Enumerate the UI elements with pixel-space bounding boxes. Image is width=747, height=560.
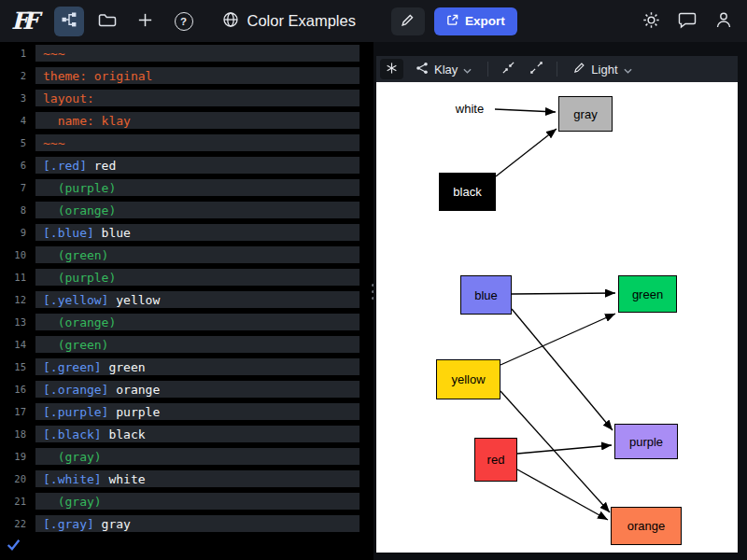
theme-select[interactable]: Light	[566, 59, 639, 79]
edge-black-gray[interactable]	[496, 129, 557, 176]
snowflake-icon	[386, 62, 398, 77]
line-number: 9	[7, 227, 26, 238]
node-blue[interactable]: blue	[460, 275, 512, 315]
topbar: FF	[0, 0, 747, 42]
toolbar-divider	[487, 62, 488, 77]
node-gray[interactable]: gray	[558, 96, 613, 132]
line-number: 22	[7, 518, 26, 529]
layout-icon	[416, 62, 429, 77]
line-number: 13	[7, 316, 26, 328]
code-line[interactable]: 20[.white] white	[0, 468, 374, 490]
code-line[interactable]: 9[.blue] blue	[0, 221, 374, 244]
edit-button[interactable]	[391, 7, 425, 35]
code-line[interactable]: 15[.green] green	[0, 356, 374, 378]
chat-icon	[678, 11, 697, 32]
line-number: 6	[7, 160, 26, 171]
collapse-arrows-icon	[501, 61, 515, 77]
help-button[interactable]: ?	[169, 7, 199, 36]
code-line-text: (orange)	[35, 314, 359, 330]
theme-select-value: Light	[591, 63, 617, 77]
comments-button[interactable]	[675, 7, 699, 36]
node-yellow[interactable]: yellow	[436, 359, 500, 399]
line-number: 14	[7, 339, 26, 350]
code-line[interactable]: 5~~~	[0, 132, 374, 154]
code-line[interactable]: 6[.red] red	[0, 154, 374, 176]
edge-red-purple[interactable]	[517, 445, 612, 454]
code-line-text: ~~~	[35, 134, 359, 151]
line-number: 3	[7, 92, 26, 104]
app-logo[interactable]: FF	[11, 7, 39, 35]
toolbar-divider	[557, 62, 557, 77]
settings-button[interactable]	[639, 7, 663, 36]
edge-blue-purple[interactable]	[512, 309, 613, 430]
code-line[interactable]: 14 (green)	[0, 333, 374, 356]
code-line[interactable]: 10 (green)	[0, 244, 374, 266]
zoom-fit-button[interactable]	[497, 59, 520, 79]
line-number: 10	[7, 249, 26, 260]
line-number: 21	[7, 496, 26, 507]
code-line-text: (purple)	[35, 269, 359, 286]
layout-select[interactable]: Klay	[408, 59, 479, 79]
editor-lines: 1~~~2theme: original3layout:4 name: klay…	[0, 42, 374, 535]
node-red[interactable]: red	[474, 438, 517, 482]
code-line[interactable]: 11 (purple)	[0, 266, 374, 288]
edge-blue-green[interactable]	[512, 293, 615, 294]
freeze-layout-button[interactable]	[380, 59, 403, 79]
code-line-text: [.blue] blue	[35, 224, 359, 241]
diagram-edges	[376, 82, 738, 553]
code-line-text: name: klay	[35, 112, 359, 129]
export-icon	[446, 14, 458, 29]
line-number: 19	[7, 451, 26, 462]
code-line[interactable]: 7 (purple)	[0, 176, 374, 199]
canvas-toolbar: Klay	[376, 56, 738, 82]
plus-icon	[136, 11, 154, 32]
code-line[interactable]: 8 (orange)	[0, 199, 374, 221]
code-line[interactable]: 17[.purple] purple	[0, 400, 374, 423]
code-editor[interactable]: 1~~~2theme: original3layout:4 name: klay…	[0, 42, 374, 560]
code-line[interactable]: 22[.gray] gray	[0, 512, 374, 535]
account-button[interactable]	[712, 7, 736, 36]
code-line[interactable]: 18[.black] black	[0, 423, 374, 445]
export-button[interactable]: Export	[434, 7, 517, 35]
code-line[interactable]: 21 (gray)	[0, 490, 374, 512]
line-number: 18	[7, 428, 26, 440]
code-line-text: [.yellow] yellow	[35, 291, 359, 308]
code-line[interactable]: 13 (orange)	[0, 311, 374, 333]
code-line-text: (gray)	[35, 493, 359, 510]
pencil-icon	[401, 13, 415, 30]
app-window: FF	[0, 0, 747, 560]
node-orange[interactable]: orange	[611, 507, 682, 545]
line-number: 12	[7, 294, 26, 305]
code-line[interactable]: 1~~~	[0, 42, 374, 64]
node-black[interactable]: black	[439, 173, 496, 211]
new-document-button[interactable]	[131, 7, 161, 36]
node-white[interactable]: white	[445, 97, 494, 119]
zoom-expand-button[interactable]	[525, 59, 548, 79]
document-title[interactable]: Color Examples	[247, 12, 356, 30]
open-folder-button[interactable]	[92, 7, 122, 36]
code-line[interactable]: 4 name: klay	[0, 109, 374, 132]
code-line-text: (gray)	[35, 448, 359, 465]
line-number: 8	[7, 204, 26, 216]
node-purple[interactable]: purple	[614, 424, 678, 459]
node-green[interactable]: green	[618, 275, 677, 313]
code-line[interactable]: 2theme: original	[0, 64, 374, 87]
chevron-down-icon	[624, 63, 632, 77]
line-number: 5	[7, 137, 26, 148]
edge-yellow-green[interactable]	[500, 314, 615, 365]
line-number: 1	[7, 48, 26, 59]
diagram-canvas[interactable]: whitegrayblackbluegreenyellowpurpleredor…	[376, 82, 738, 553]
code-line[interactable]: 12[.yellow] yellow	[0, 288, 374, 311]
code-line[interactable]: 16[.orange] orange	[0, 378, 374, 400]
code-line-text: [.black] black	[35, 426, 359, 442]
topbar-right-icons	[639, 7, 736, 36]
graph-tool-button[interactable]	[54, 7, 84, 36]
edge-white-gray[interactable]	[495, 109, 556, 112]
person-icon	[715, 11, 732, 32]
code-line-text: [.purple] purple	[35, 403, 359, 420]
code-line-text: ~~~	[35, 45, 359, 62]
code-line[interactable]: 3layout:	[0, 87, 374, 109]
export-label: Export	[465, 14, 505, 28]
line-number: 11	[7, 272, 26, 283]
code-line[interactable]: 19 (gray)	[0, 445, 374, 468]
